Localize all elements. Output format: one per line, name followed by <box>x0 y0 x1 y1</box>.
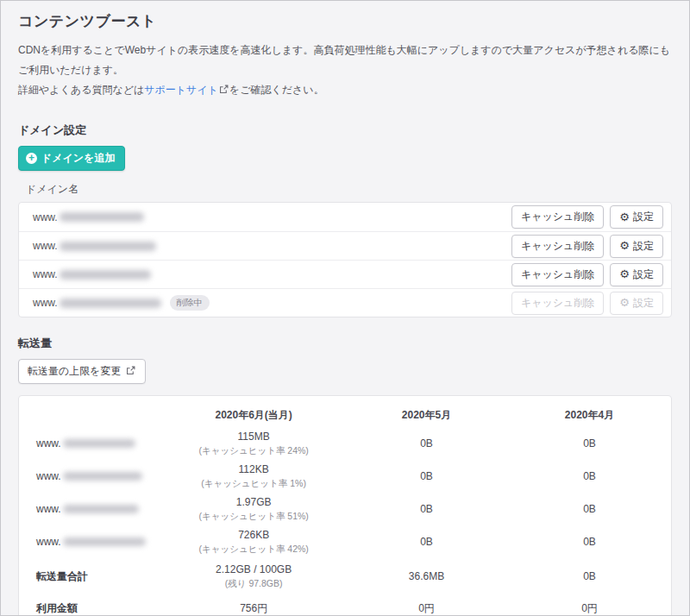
domain-name: www. <box>33 211 144 223</box>
domain-prefix: www. <box>36 470 61 482</box>
domain-row-deleting: www. 削除中 キャッシュ削除 設定 <box>19 288 671 317</box>
domain-name-column-header: ドメイン名 <box>26 182 672 197</box>
header-april: 2020年4月 <box>508 408 671 423</box>
domain-settings-heading: ドメイン設定 <box>18 123 672 138</box>
transfer-april: 0B <box>508 437 671 449</box>
cache-delete-button[interactable]: キャッシュ削除 <box>511 205 604 229</box>
domain-name: www. <box>33 240 156 252</box>
cache-delete-button[interactable]: キャッシュ削除 <box>511 263 604 286</box>
transfer-may: 0B <box>345 470 508 482</box>
redacted-domain <box>63 537 146 546</box>
gear-icon <box>619 297 630 309</box>
external-link-icon <box>219 81 229 101</box>
total-label: 転送量合計 <box>19 569 162 584</box>
transfer-current: 115MB(キャッシュヒット率 24%) <box>162 431 345 457</box>
cache-delete-label: キャッシュ削除 <box>521 239 594 254</box>
transfer-heading: 転送量 <box>18 336 672 351</box>
transfer-current: 1.97GB(キャッシュヒット率 51%) <box>162 496 345 523</box>
redacted-domain <box>60 242 156 251</box>
domain-row-actions: キャッシュ削除 設定 <box>511 292 663 315</box>
cache-delete-label: キャッシュ削除 <box>521 267 594 282</box>
redacted-domain <box>60 212 144 222</box>
settings-label: 設定 <box>633 267 654 282</box>
deleting-status-badge: 削除中 <box>170 295 210 311</box>
fee-row: 利用金額 756円 0円 0円 <box>19 594 671 616</box>
settings-label: 設定 <box>633 239 654 254</box>
transfer-table-header: 2020年6月(当月) 2020年5月 2020年4月 <box>19 404 671 427</box>
redacted-domain <box>63 472 142 481</box>
domain-prefix: www. <box>36 437 61 449</box>
support-site-link[interactable]: サポートサイト <box>144 84 218 96</box>
gear-icon <box>619 268 630 280</box>
transfer-row: www. 112KB(キャッシュヒット率 1%) 0B 0B <box>19 460 671 493</box>
transfer-april: 0B <box>508 536 671 548</box>
external-link-icon <box>126 366 135 378</box>
cache-delete-label: キャッシュ削除 <box>521 296 594 311</box>
domain-row: www. キャッシュ削除 設定 <box>19 231 671 260</box>
transfer-may: 0B <box>345 437 508 449</box>
settings-label: 設定 <box>633 210 654 224</box>
fee-label: 利用金額 <box>19 601 162 616</box>
cache-hit-note: (キャッシュヒット率 51%) <box>162 511 345 523</box>
transfer-may: 0B <box>345 503 508 515</box>
cache-delete-button-disabled: キャッシュ削除 <box>511 292 604 315</box>
transfer-april: 0B <box>508 470 671 482</box>
plus-icon <box>26 153 37 164</box>
fee-april: 0円 <box>508 601 671 616</box>
header-may: 2020年5月 <box>345 408 508 423</box>
transfer-domain: www. <box>19 536 162 548</box>
settings-button[interactable]: 設定 <box>610 235 663 258</box>
settings-label: 設定 <box>633 296 654 311</box>
domain-name: www. 削除中 <box>33 295 210 311</box>
domain-prefix: www. <box>33 268 58 280</box>
domain-prefix: www. <box>36 536 61 548</box>
settings-button[interactable]: 設定 <box>610 263 663 286</box>
domain-row-actions: キャッシュ削除 設定 <box>511 205 663 229</box>
redacted-domain <box>60 270 151 280</box>
domain-row: www. キャッシュ削除 設定 <box>19 260 671 288</box>
description-line2-post: をご確認ください。 <box>229 84 324 96</box>
domain-prefix: www. <box>33 211 58 223</box>
page-description: CDNを利用することでWebサイトの表示速度を高速化します。高負荷処理性能も大幅… <box>18 41 672 101</box>
change-transfer-limit-label: 転送量の上限を変更 <box>28 364 122 379</box>
domain-prefix: www. <box>33 297 58 309</box>
cache-hit-note: (キャッシュヒット率 24%) <box>162 445 345 457</box>
domain-prefix: www. <box>33 240 58 252</box>
total-may: 36.6MB <box>345 570 508 582</box>
transfer-domain: www. <box>19 437 162 449</box>
transfer-current: 726KB(キャッシュヒット率 42%) <box>162 529 345 556</box>
description-line2-pre: 詳細やよくある質問などは <box>18 84 144 96</box>
fee-current: 756円 <box>162 601 345 616</box>
transfer-domain: www. <box>19 503 162 515</box>
cache-delete-label: キャッシュ削除 <box>521 210 594 224</box>
domain-row-actions: キャッシュ削除 設定 <box>511 263 663 286</box>
cache-delete-button[interactable]: キャッシュ削除 <box>511 235 604 258</box>
change-transfer-limit-button[interactable]: 転送量の上限を変更 <box>18 359 146 384</box>
transfer-current: 112KB(キャッシュヒット率 1%) <box>162 463 345 490</box>
transfer-table: 2020年6月(当月) 2020年5月 2020年4月 www. 115MB(キ… <box>18 395 672 616</box>
settings-button-disabled: 設定 <box>610 292 663 315</box>
domain-row: www. キャッシュ削除 設定 <box>19 203 671 231</box>
content-boost-page: コンテンツブースト CDNを利用することでWebサイトの表示速度を高速化します。… <box>0 0 690 616</box>
transfer-row: www. 115MB(キャッシュヒット率 24%) 0B 0B <box>19 427 671 460</box>
transfer-row: www. 726KB(キャッシュヒット率 42%) 0B 0B <box>19 525 671 558</box>
total-april: 0B <box>508 570 671 582</box>
transfer-domain: www. <box>19 470 162 482</box>
total-current: 2.12GB / 100GB(残り 97.8GB) <box>162 563 345 590</box>
header-current-month: 2020年6月(当月) <box>162 408 345 423</box>
redacted-domain <box>60 299 161 308</box>
transfer-total-row: 転送量合計 2.12GB / 100GB(残り 97.8GB) 36.6MB 0… <box>19 558 671 594</box>
redacted-domain <box>63 439 135 448</box>
transfer-row: www. 1.97GB(キャッシュヒット率 51%) 0B 0B <box>19 493 671 525</box>
settings-button[interactable]: 設定 <box>610 205 663 229</box>
domain-prefix: www. <box>36 503 61 515</box>
domain-name: www. <box>33 268 151 280</box>
remaining-note: (残り 97.8GB) <box>162 578 345 590</box>
transfer-may: 0B <box>345 536 508 548</box>
redacted-domain <box>63 505 139 513</box>
fee-may: 0円 <box>345 601 508 616</box>
gear-icon <box>619 240 630 252</box>
domain-list: www. キャッシュ削除 設定 www. キャッシュ削除 設定 www. キャッ… <box>18 202 672 317</box>
add-domain-button[interactable]: ドメインを追加 <box>18 146 125 171</box>
cache-hit-note: (キャッシュヒット率 1%) <box>162 478 345 490</box>
